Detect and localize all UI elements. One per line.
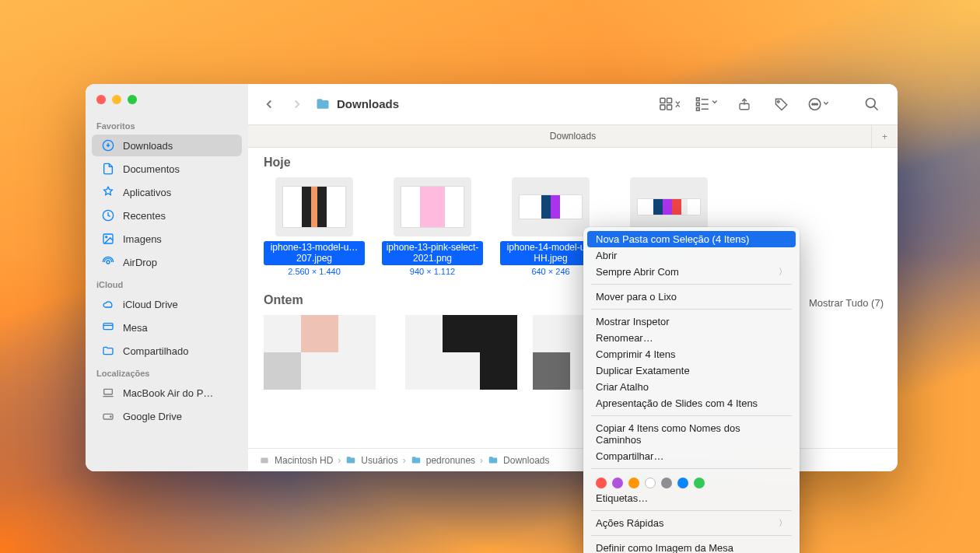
svg-point-8 <box>110 416 111 417</box>
window-controls <box>86 90 248 115</box>
shared-folder-icon <box>101 344 115 358</box>
ctx-duplicate-exactly[interactable]: Duplicar Exatamente <box>583 362 800 379</box>
sidebar-item-downloads[interactable]: Downloads <box>92 135 242 156</box>
file-name: iphone-13-pink-select-2021.png <box>382 241 483 265</box>
more-actions-button[interactable] <box>807 93 831 116</box>
file-thumbnail <box>394 177 471 236</box>
ctx-always-open-with[interactable]: Sempre Abrir Com〉 <box>583 264 800 280</box>
image-icon <box>101 232 115 246</box>
ctx-new-folder-with-selection[interactable]: Nova Pasta com Seleção (4 Itens) <box>587 231 796 247</box>
file-name: iphone-13-model-u…207.jpeg <box>264 241 365 265</box>
ctx-copy-pathnames[interactable]: Copiar 4 Itens como Nomes dos Caminhos <box>583 420 800 448</box>
chevron-right-icon: › <box>403 455 406 466</box>
sidebar-item-documents[interactable]: Documentos <box>92 158 242 180</box>
svg-point-20 <box>814 103 816 105</box>
forward-button[interactable] <box>290 97 304 111</box>
ctx-separator <box>591 535 792 536</box>
ctx-open[interactable]: Abrir <box>583 247 800 264</box>
chevron-right-icon: 〉 <box>779 266 787 278</box>
file-thumbnail <box>512 177 590 236</box>
sidebar-item-macbook[interactable]: MacBook Air do P… <box>92 382 242 404</box>
content-area[interactable]: Hoje iphone-13-model-u…207.jpeg 2.560 × … <box>248 148 898 448</box>
sidebar-item-google-drive[interactable]: Google Drive <box>92 405 242 427</box>
path-crumb[interactable]: Downloads <box>488 455 549 466</box>
share-button[interactable] <box>733 93 756 116</box>
back-button[interactable] <box>262 97 276 111</box>
svg-point-4 <box>107 261 110 264</box>
tag-purple[interactable] <box>612 478 623 488</box>
sidebar-item-label: Aplicativos <box>123 187 171 198</box>
applications-icon <box>101 185 115 199</box>
ctx-compress[interactable]: Comprimir 4 Itens <box>583 346 800 362</box>
context-menu: Nova Pasta com Seleção (4 Itens) Abrir S… <box>583 227 800 553</box>
clock-icon <box>101 208 115 222</box>
ctx-share[interactable]: Compartilhar… <box>583 448 800 464</box>
path-crumb[interactable]: pedronunes <box>411 455 475 466</box>
sidebar-item-airdrop[interactable]: AirDrop <box>92 251 242 273</box>
tag-gray[interactable] <box>661 478 672 488</box>
sidebar-item-images[interactable]: Imagens <box>92 228 242 250</box>
desktop-icon <box>101 320 115 334</box>
minimize-window-button[interactable] <box>112 95 121 104</box>
file-item[interactable]: iphone-13-pink-select-2021.png 940 × 1.1… <box>382 177 483 276</box>
folder-icon <box>315 96 331 112</box>
ctx-show-inspector[interactable]: Mostrar Inspetor <box>583 313 800 330</box>
ctx-separator <box>591 510 792 511</box>
sidebar-item-icloud-drive[interactable]: iCloud Drive <box>92 293 242 315</box>
tab-downloads[interactable]: Downloads <box>550 131 596 142</box>
main-content: Downloads Downloads + Hoje iphone-13-mod… <box>248 84 898 471</box>
sidebar-item-label: iCloud Drive <box>123 299 178 310</box>
sidebar-item-label: Downloads <box>123 140 173 152</box>
ctx-set-desktop-image[interactable]: Definir como Imagem da Mesa <box>583 540 800 553</box>
download-circle-icon <box>101 138 115 152</box>
tag-green[interactable] <box>694 478 705 488</box>
section-yesterday: Ontem <box>248 285 898 310</box>
sidebar-item-recents[interactable]: Recentes <box>92 205 242 226</box>
tag-red[interactable] <box>596 478 607 488</box>
pathbar: Macintosh HD › Usuários › pedronunes › D… <box>248 448 898 471</box>
sidebar: Favoritos Downloads Documentos Aplicativ… <box>86 84 248 471</box>
sidebar-item-label: AirDrop <box>123 257 157 268</box>
toolbar: Downloads <box>248 84 898 124</box>
ctx-slideshow[interactable]: Apresentação de Slides com 4 Itens <box>583 395 800 411</box>
show-all-button[interactable]: Mostrar Tudo (7) <box>809 297 884 309</box>
svg-rect-14 <box>697 103 700 106</box>
path-crumb[interactable]: Usuários <box>345 455 397 466</box>
close-window-button[interactable] <box>96 95 106 104</box>
sidebar-item-label: Mesa <box>123 322 148 334</box>
sidebar-item-desktop[interactable]: Mesa <box>92 317 242 338</box>
tag-blue[interactable] <box>677 478 688 488</box>
gallery-today: iphone-13-model-u…207.jpeg 2.560 × 1.440… <box>248 173 898 285</box>
ctx-make-alias[interactable]: Criar Atalho <box>583 379 800 395</box>
tags-button[interactable] <box>770 93 793 116</box>
ctx-separator <box>591 284 792 285</box>
ctx-rename[interactable]: Renomear… <box>583 330 800 346</box>
svg-rect-12 <box>667 104 672 109</box>
sidebar-item-label: Documentos <box>123 163 180 175</box>
tag-none[interactable] <box>645 478 656 488</box>
sidebar-item-shared[interactable]: Compartilhado <box>92 340 242 362</box>
view-mode-button[interactable] <box>658 93 681 116</box>
sidebar-item-applications[interactable]: Aplicativos <box>92 181 242 203</box>
path-crumb[interactable]: Macintosh HD <box>259 455 333 466</box>
zoom-window-button[interactable] <box>128 95 137 104</box>
document-icon <box>101 162 115 176</box>
ctx-quick-actions[interactable]: Ações Rápidas〉 <box>583 515 800 531</box>
ctx-tags[interactable]: Etiquetas… <box>583 490 800 506</box>
file-item[interactable]: iphone-13-model-u…207.jpeg 2.560 × 1.440 <box>264 177 365 276</box>
nav-arrows <box>262 97 304 111</box>
svg-rect-6 <box>104 389 113 394</box>
tag-orange[interactable] <box>628 478 639 488</box>
gallery-yesterday <box>248 310 898 390</box>
file-dimensions: 2.560 × 1.440 <box>264 267 365 276</box>
file-thumbnail[interactable] <box>405 315 517 390</box>
ctx-move-to-trash[interactable]: Mover para o Lixo <box>583 289 800 305</box>
group-button[interactable] <box>695 93 719 116</box>
sidebar-heading-icloud: iCloud <box>86 274 248 292</box>
svg-point-21 <box>816 103 817 105</box>
sidebar-item-label: MacBook Air do P… <box>123 387 213 399</box>
file-thumbnail[interactable] <box>264 315 376 390</box>
search-button[interactable] <box>860 93 884 116</box>
ctx-separator <box>591 415 792 416</box>
new-tab-button[interactable]: + <box>871 125 898 149</box>
